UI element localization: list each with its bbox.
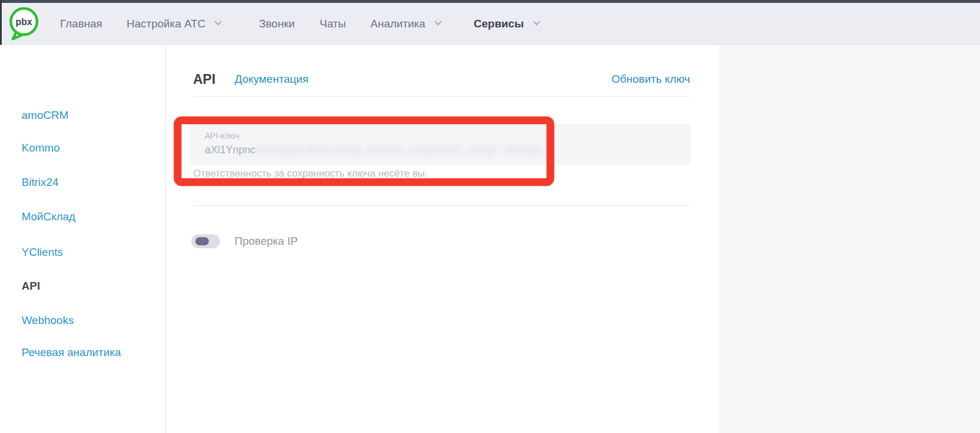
page-title: API (193, 72, 215, 87)
key-responsibility-note: Ответственность за сохранность ключа нес… (193, 168, 428, 179)
pbx-logo[interactable]: pbx (8, 5, 40, 41)
sidebar-item-kommo[interactable]: Kommo (22, 142, 60, 154)
api-settings-panel: API Документация Обновить ключ API-ключ … (166, 45, 719, 433)
ip-check-row: Проверка IP (191, 234, 298, 248)
pbx-logo-icon: pbx (8, 5, 40, 41)
refresh-key-link[interactable]: Обновить ключ (611, 73, 690, 86)
chevron-down-icon (215, 17, 222, 25)
api-key-redacted-part: mqxw2rt8lbvz4ks vkp9s n3dhyw7 cj5gf r6mw… (257, 144, 544, 156)
documentation-link[interactable]: Документация (235, 73, 308, 86)
nav-item-chaty[interactable]: Чаты (320, 3, 346, 45)
api-key-value: aXl1Ynpnc mqxw2rt8lbvz4ks vkp9s n3dhyw7 … (205, 144, 544, 156)
svg-text:pbx: pbx (16, 17, 33, 27)
nav-item-glavnaya[interactable]: Главная (60, 3, 102, 45)
api-key-label: API-ключ (205, 131, 239, 140)
ip-check-toggle[interactable] (191, 234, 220, 248)
window-left-edge (0, 0, 2, 45)
sidebar-item-webhooks[interactable]: Webhooks (22, 314, 74, 327)
api-key-visible-part: aXl1Ynpnc (205, 144, 256, 156)
chevron-down-icon (533, 17, 541, 25)
app-root: pbx Главная Настройка АТС Звонки Чаты Ан… (0, 0, 980, 433)
nav-item-nastroyka-atc[interactable]: Настройка АТС (127, 3, 220, 45)
header-divider (193, 96, 690, 97)
section-divider (193, 205, 690, 206)
services-sidebar: amoCRM Kommo Bitrix24 МойСклад YClients … (0, 45, 166, 433)
chevron-down-icon (435, 17, 442, 25)
api-key-field[interactable]: API-ключ aXl1Ynpnc mqxw2rt8lbvz4ks vkp9s… (190, 124, 691, 165)
sidebar-item-rechevaya-analitika[interactable]: Речевая аналитика (22, 346, 121, 359)
sidebar-item-bitrix24[interactable]: Bitrix24 (22, 176, 58, 189)
sidebar-item-amocrm[interactable]: amoCRM (22, 109, 68, 122)
sidebar-item-moysklad[interactable]: МойСклад (22, 210, 75, 223)
page-header: API Документация Обновить ключ (193, 69, 690, 89)
sidebar-item-yclients[interactable]: YClients (22, 246, 63, 259)
top-navbar: pbx Главная Настройка АТС Звонки Чаты Ан… (0, 3, 980, 45)
sidebar-item-api[interactable]: API (22, 280, 40, 293)
toggle-knob (195, 237, 209, 245)
page-background-gutter (719, 45, 980, 433)
nav-item-servisy[interactable]: Сервисы (474, 3, 538, 45)
nav-item-zvonki[interactable]: Звонки (259, 3, 295, 45)
ip-check-label: Проверка IP (235, 235, 298, 248)
nav-item-analitika[interactable]: Аналитика (370, 3, 440, 45)
